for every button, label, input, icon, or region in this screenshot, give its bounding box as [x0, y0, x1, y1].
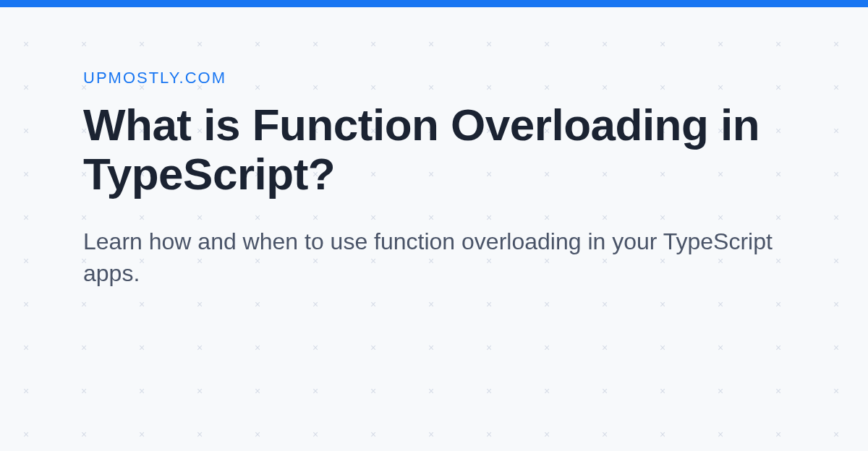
content-container: UPMOSTLY.COM What is Function Overloadin… — [0, 7, 868, 289]
site-name: UPMOSTLY.COM — [83, 69, 788, 87]
top-accent-bar — [0, 0, 868, 7]
article-subtitle: Learn how and when to use function overl… — [83, 226, 778, 288]
article-title: What is Function Overloading in TypeScri… — [83, 100, 788, 199]
